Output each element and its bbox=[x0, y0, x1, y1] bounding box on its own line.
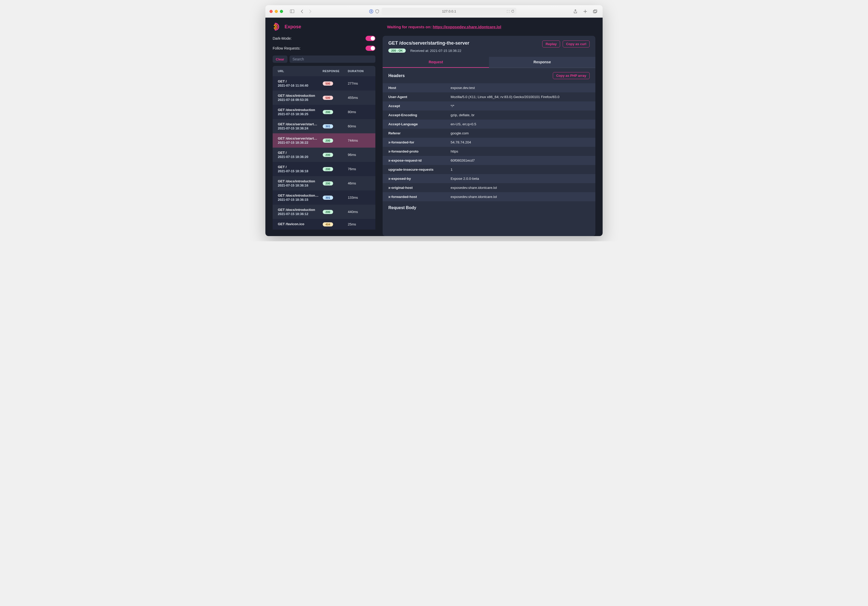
header-row: x-forwarded-for54.78.74.204 bbox=[383, 138, 595, 147]
main-panel: GET /docs/server/starting-the-server 200… bbox=[383, 36, 595, 236]
request-url: GET /docs/server/start… bbox=[278, 122, 323, 126]
request-duration: 96ms bbox=[348, 153, 370, 157]
request-url: GET /docs/introduction… bbox=[278, 194, 323, 197]
request-timestamp: 2021-07-15 18:36:18 bbox=[278, 169, 323, 173]
header-key: Referer bbox=[388, 131, 451, 135]
sidebar-icon[interactable] bbox=[289, 8, 296, 15]
tab-response[interactable]: Response bbox=[489, 57, 595, 68]
detail-tabs: Request Response bbox=[383, 57, 595, 68]
request-row[interactable]: GET /docs/introduction 2021-07-15 18:36:… bbox=[273, 176, 375, 191]
request-row[interactable]: GET /docs/server/start… 2021-07-15 18:36… bbox=[273, 119, 375, 133]
request-url: GET / bbox=[278, 79, 323, 83]
header-key: x-exposed-by bbox=[388, 177, 451, 181]
header-row: x-expose-request-id60f080261ecd7 bbox=[383, 156, 595, 165]
brand: Expose bbox=[273, 23, 301, 31]
svg-rect-4 bbox=[593, 10, 596, 13]
request-timestamp: 2021-07-16 09:53:35 bbox=[278, 98, 323, 102]
address-bar[interactable]: 127.0.0.1 ⛶ bbox=[381, 8, 516, 15]
request-row[interactable]: GET / 2021-07-15 18:36:18 200 76ms bbox=[273, 162, 375, 176]
shield-icon[interactable] bbox=[375, 9, 379, 14]
header-value: Expose 2.0.0-beta bbox=[451, 177, 590, 181]
svg-point-2 bbox=[369, 9, 373, 13]
request-timestamp: 2021-07-15 18:36:25 bbox=[278, 112, 323, 116]
request-timestamp: 2021-07-15 18:36:16 bbox=[278, 184, 323, 187]
maximize-window-icon[interactable] bbox=[280, 10, 283, 13]
sidebar: Dark-Mode: Follow Requests: Clear URL RE… bbox=[273, 36, 375, 236]
status-badge: 500 bbox=[323, 96, 333, 100]
header-value: gzip, deflate, br bbox=[451, 113, 590, 117]
request-duration: 440ms bbox=[348, 210, 370, 214]
reader-icon[interactable]: ⛶ bbox=[507, 10, 510, 13]
new-tab-icon[interactable] bbox=[582, 8, 589, 15]
copy-php-button[interactable]: Copy as PHP array bbox=[553, 72, 590, 79]
tab-request[interactable]: Request bbox=[383, 57, 489, 68]
tunnel-url-link[interactable]: https://exposedev.share.idontcare.lol bbox=[433, 25, 501, 29]
header-row: Accept-Encodinggzip, deflate, br bbox=[383, 110, 595, 119]
extension-icon[interactable] bbox=[369, 9, 373, 14]
request-row[interactable]: GET / 2021-07-16 11:04:40 500 277ms bbox=[273, 76, 375, 90]
header-key: Accept-Encoding bbox=[388, 113, 451, 117]
svg-rect-5 bbox=[594, 9, 597, 12]
request-row[interactable]: GET /docs/introduction 2021-07-16 09:53:… bbox=[273, 90, 375, 105]
status-badge: 301 bbox=[323, 195, 333, 200]
back-icon[interactable] bbox=[299, 8, 305, 15]
header-value: 54.78.74.204 bbox=[451, 140, 590, 144]
request-row[interactable]: GET /docs/server/start… 2021-07-15 18:36… bbox=[273, 133, 375, 147]
follow-requests-label: Follow Requests: bbox=[273, 46, 301, 50]
follow-requests-switch[interactable] bbox=[366, 46, 375, 51]
header-row: x-forwarded-hostexposedev.share.idontcar… bbox=[383, 192, 595, 201]
header-row: upgrade-insecure-requests1 bbox=[383, 165, 595, 174]
detail-card: GET /docs/server/starting-the-server 200… bbox=[383, 36, 595, 236]
status-badge: 301 bbox=[323, 124, 333, 129]
status-badge: 200 bbox=[323, 138, 333, 143]
request-list[interactable]: GET / 2021-07-16 11:04:40 500 277ms GET … bbox=[273, 76, 375, 236]
tabs-overview-icon[interactable] bbox=[592, 8, 598, 15]
header-key: x-forwarded-for bbox=[388, 140, 451, 144]
request-url: GET /docs/introduction bbox=[278, 94, 323, 98]
request-timestamp: 2021-07-16 11:04:40 bbox=[278, 84, 323, 87]
request-duration: 80ms bbox=[348, 110, 370, 114]
status-badge: 200 bbox=[323, 181, 333, 186]
request-row[interactable]: GET /favicon.ico 404 25ms bbox=[273, 219, 375, 229]
replay-button[interactable]: Replay bbox=[542, 40, 560, 48]
header-value: 1 bbox=[451, 167, 590, 172]
col-url: URL bbox=[278, 70, 323, 73]
minimize-window-icon[interactable] bbox=[275, 10, 278, 13]
request-duration: 744ms bbox=[348, 138, 370, 143]
request-duration: 46ms bbox=[348, 181, 370, 185]
dark-mode-label: Dark-Mode: bbox=[273, 36, 291, 40]
header-value: en-US, en;q=0.5 bbox=[451, 122, 590, 126]
dark-mode-switch[interactable] bbox=[366, 36, 375, 41]
browser-titlebar: 127.0.0.1 ⛶ bbox=[265, 5, 603, 18]
header-key: x-forwarded-proto bbox=[388, 149, 451, 153]
header-row: Referergoogle.com bbox=[383, 129, 595, 138]
request-duration: 60ms bbox=[348, 124, 370, 128]
col-duration: DURATION bbox=[348, 70, 370, 73]
header-value: exposedev.share.idontcare.lol bbox=[451, 195, 590, 199]
request-row[interactable]: GET / 2021-07-15 18:36:20 200 96ms bbox=[273, 147, 375, 162]
forward-icon[interactable] bbox=[307, 8, 314, 15]
brand-name: Expose bbox=[285, 24, 301, 29]
header-value: exposedev.share.idontcare.lol bbox=[451, 186, 590, 190]
received-at: Received at: 2021-07-15 18:36:22 bbox=[411, 49, 462, 53]
header-value: expose.dev.test bbox=[451, 86, 590, 90]
search-input[interactable] bbox=[290, 56, 375, 63]
request-url: GET /docs/introduction bbox=[278, 208, 323, 212]
clear-button[interactable]: Clear bbox=[273, 56, 287, 63]
request-duration: 455ms bbox=[348, 96, 370, 100]
request-body-title: Request Body bbox=[383, 201, 595, 212]
request-panel: Headers Copy as PHP array Hostexpose.dev… bbox=[383, 68, 595, 236]
close-window-icon[interactable] bbox=[270, 10, 273, 13]
copy-curl-button[interactable]: Copy as curl bbox=[563, 40, 590, 48]
svg-rect-0 bbox=[290, 10, 294, 13]
request-row[interactable]: GET /docs/introduction 2021-07-15 18:36:… bbox=[273, 205, 375, 219]
request-row[interactable]: GET /docs/introduction… 2021-07-15 18:36… bbox=[273, 191, 375, 205]
request-row[interactable]: GET /docs/introduction 2021-07-15 18:36:… bbox=[273, 105, 375, 119]
reload-icon[interactable] bbox=[511, 9, 515, 13]
header-row: Accept-Languageen-US, en;q=0.5 bbox=[383, 119, 595, 129]
svg-rect-3 bbox=[371, 11, 372, 12]
header-value: https bbox=[451, 149, 590, 153]
app-topbar: Expose Waiting for requests on: https://… bbox=[265, 18, 603, 36]
status-badge: 200 bbox=[323, 167, 333, 171]
share-icon[interactable] bbox=[572, 8, 579, 15]
